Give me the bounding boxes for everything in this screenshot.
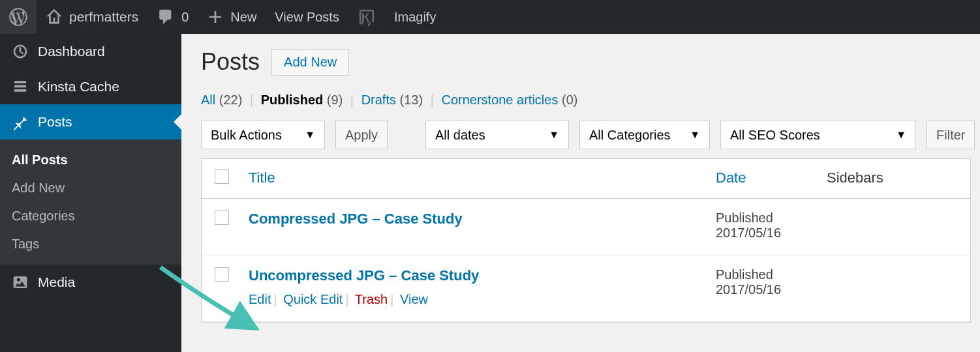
- comment-icon: [157, 8, 175, 26]
- wp-logo[interactable]: [0, 0, 37, 34]
- column-date[interactable]: Date: [716, 169, 746, 186]
- sidebar-item-posts[interactable]: Posts: [0, 104, 181, 139]
- filter-drafts[interactable]: Drafts (13): [361, 93, 423, 107]
- submenu-all-posts[interactable]: All Posts: [0, 146, 181, 174]
- filter-all[interactable]: All (22): [201, 93, 242, 107]
- site-link[interactable]: perfmatters: [37, 0, 147, 34]
- row-actions: Edit| Quick Edit| Trash| View: [249, 292, 716, 307]
- row-checkbox[interactable]: [215, 211, 229, 225]
- database-icon: [12, 78, 29, 95]
- column-sidebars: Sidebars: [827, 169, 957, 186]
- categories-select[interactable]: All Categories▼: [579, 121, 710, 149]
- tablenav: Bulk Actions▼ Apply All dates▼ All Categ…: [201, 121, 980, 149]
- post-status-filters: All (22) | Published (9) | Drafts (13) |…: [201, 93, 980, 108]
- dashboard-icon: [12, 43, 29, 60]
- quick-edit-link[interactable]: Quick Edit: [283, 292, 343, 306]
- post-status: Published: [716, 211, 827, 226]
- sidebar-item-media[interactable]: Media: [0, 265, 181, 300]
- new-content-link[interactable]: New: [198, 0, 266, 34]
- admin-sidebar: Dashboard Kinsta Cache Posts All Posts A…: [0, 34, 181, 352]
- sidebar-item-kinsta-cache[interactable]: Kinsta Cache: [0, 69, 181, 104]
- comments-link[interactable]: 0: [147, 0, 198, 34]
- seo-select[interactable]: All SEO Scores▼: [720, 121, 916, 149]
- trash-link[interactable]: Trash: [355, 292, 388, 306]
- plus-icon: [207, 8, 224, 25]
- imagify-link[interactable]: Imagify: [385, 0, 445, 34]
- table-row: Compressed JPG – Case Study Published 20…: [202, 199, 970, 256]
- pin-icon: [12, 113, 29, 130]
- page-title: Posts: [201, 48, 260, 76]
- yoast-link[interactable]: [348, 0, 385, 34]
- select-all-checkbox[interactable]: [215, 169, 229, 184]
- apply-button[interactable]: Apply: [335, 121, 388, 149]
- filter-published[interactable]: Published (9): [261, 93, 343, 107]
- new-label: New: [230, 10, 256, 25]
- posts-submenu: All Posts Add New Categories Tags: [0, 139, 181, 265]
- post-date: 2017/05/16: [716, 282, 827, 297]
- table-header: Title Date Sidebars: [202, 159, 970, 199]
- post-status: Published: [716, 267, 827, 282]
- dates-select[interactable]: All dates▼: [425, 121, 569, 149]
- sidebar-item-dashboard[interactable]: Dashboard: [0, 34, 181, 69]
- wordpress-icon: [9, 8, 27, 26]
- bulk-actions-select[interactable]: Bulk Actions▼: [201, 121, 325, 149]
- submenu-add-new[interactable]: Add New: [0, 174, 181, 202]
- view-posts-link[interactable]: View Posts: [266, 0, 348, 34]
- edit-link[interactable]: Edit: [249, 292, 271, 306]
- main-content: Posts Add New All (22) | Published (9) |…: [181, 34, 980, 352]
- post-title-link[interactable]: Compressed JPG – Case Study: [249, 211, 463, 227]
- column-title[interactable]: Title: [249, 169, 275, 186]
- media-icon: [12, 274, 29, 291]
- filter-cornerstone[interactable]: Cornerstone articles: [441, 93, 558, 107]
- submenu-categories[interactable]: Categories: [0, 202, 181, 230]
- row-checkbox[interactable]: [215, 267, 229, 282]
- post-title-link[interactable]: Uncompressed JPG – Case Study: [249, 267, 479, 284]
- table-row: Uncompressed JPG – Case Study Edit| Quic…: [202, 256, 970, 322]
- admin-topbar: perfmatters 0 New View Posts Imagify: [0, 0, 980, 34]
- home-icon: [46, 8, 63, 25]
- comment-count: 0: [181, 10, 189, 25]
- submenu-tags[interactable]: Tags: [0, 230, 181, 258]
- view-link[interactable]: View: [400, 292, 428, 306]
- posts-table: Title Date Sidebars Compressed JPG – Cas…: [201, 158, 971, 323]
- site-name: perfmatters: [69, 9, 138, 25]
- yoast-icon: [358, 8, 376, 26]
- post-date: 2017/05/16: [716, 226, 827, 241]
- add-new-button[interactable]: Add New: [271, 49, 349, 76]
- filter-button[interactable]: Filter: [926, 121, 975, 149]
